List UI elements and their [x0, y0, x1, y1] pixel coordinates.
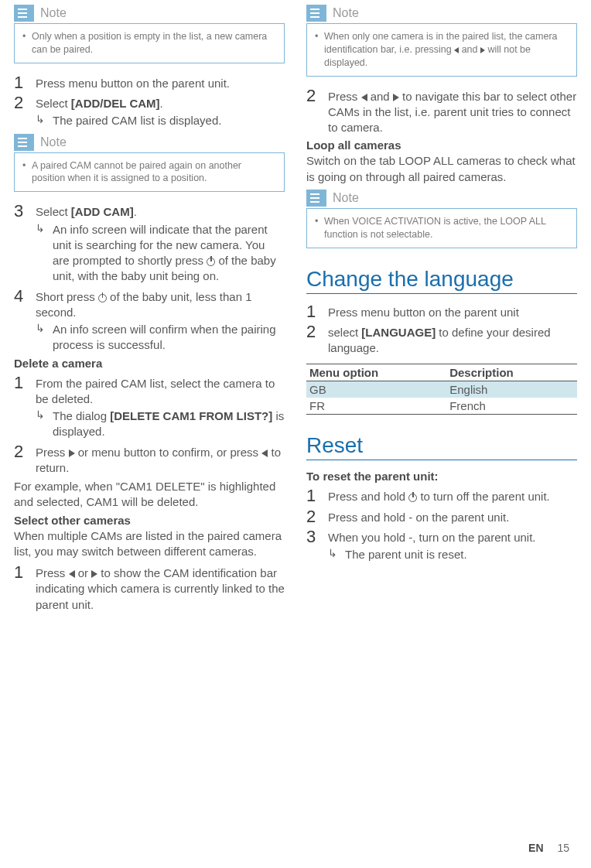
footer-language: EN [528, 842, 543, 854]
step: 2Press or menu button to confirm, or pre… [14, 443, 285, 477]
step-text: Short press of the baby unit, less than … [36, 288, 285, 321]
right-column: Note When only one camera is in the pair… [306, 0, 577, 616]
note-body: When VOICE ACTIVATION is active, the LOO… [306, 208, 577, 248]
note-label: Note [333, 191, 359, 205]
select-other-paragraph: When multiple CAMs are listed in the pai… [14, 528, 285, 560]
step-number: 2 [306, 508, 320, 525]
step-text: Select [ADD CAM]. [36, 203, 285, 220]
step-result-text: The parent unit is reset. [345, 547, 467, 562]
step-number: 3 [14, 203, 28, 284]
step-result: ↳An info screen will confirm when the pa… [36, 322, 285, 354]
note-icon [14, 5, 34, 22]
step-number: 1 [14, 564, 28, 613]
delete-camera-heading: Delete a camera [14, 357, 285, 370]
power-icon [207, 258, 215, 266]
note-item: Only when a position is empty in the lis… [22, 30, 276, 56]
step: 3When you hold -, turn on the parent uni… [306, 528, 577, 563]
note-icon [14, 134, 34, 151]
right-arrow-icon [393, 94, 399, 101]
delete-paragraph: For example, when "CAM1 DELETE" is highl… [14, 479, 285, 511]
step-result-text: An info screen will confirm when the pai… [53, 322, 285, 354]
step-number: 1 [14, 74, 28, 91]
note-body: A paired CAM cannot be paired again on a… [14, 152, 285, 193]
step-result: ↳The paired CAM list is displayed. [36, 113, 285, 128]
table-cell: English [446, 381, 577, 398]
step: 3Select [ADD CAM].↳An info screen will i… [14, 203, 285, 284]
note-label: Note [40, 6, 67, 20]
note-icon [306, 5, 326, 22]
loop-all-heading: Loop all cameras [306, 138, 577, 152]
step-text: Press menu button on the parent unit [328, 303, 577, 320]
power-icon [408, 494, 417, 502]
step-number: 2 [14, 443, 28, 477]
table-row: FRFrench [306, 398, 577, 415]
steps-c: 1From the paired CAM list, select the ca… [14, 374, 285, 477]
step-text: Press and hold - on the parent unit. [328, 508, 577, 525]
step-number: 2 [306, 323, 320, 357]
result-arrow-icon: ↳ [36, 222, 46, 285]
table-cell: FR [306, 398, 446, 415]
step-result: ↳An info screen will indicate that the p… [36, 222, 285, 285]
left-arrow-icon [361, 94, 367, 101]
step-text: Press or menu button to confirm, or pres… [36, 443, 285, 477]
step-text: Press and to navigate this bar to select… [328, 87, 577, 136]
step-number: 2 [306, 87, 320, 136]
step-number: 3 [306, 528, 320, 563]
step-number: 1 [306, 487, 320, 504]
step-number: 2 [14, 94, 28, 129]
step-text: Select [ADD/DEL CAM]. [36, 94, 285, 111]
table-header: Description [446, 364, 577, 381]
table-cell: French [446, 398, 577, 415]
right-arrow-icon [69, 449, 75, 457]
step-result: ↳The parent unit is reset. [328, 547, 577, 562]
step-text: From the paired CAM list, select the cam… [36, 374, 285, 408]
result-arrow-icon: ↳ [36, 322, 46, 354]
step-number: 4 [14, 288, 28, 354]
table-cell: GB [306, 381, 446, 398]
loop-all-paragraph: Switch on the tab LOOP ALL cameras to ch… [306, 153, 577, 185]
note-body: Only when a position is empty in the lis… [14, 23, 285, 63]
page-footer: EN 15 [528, 842, 569, 854]
note-item: When VOICE ACTIVATION is active, the LOO… [315, 215, 569, 241]
result-arrow-icon: ↳ [36, 113, 46, 128]
step-result-text: The paired CAM list is displayed. [53, 113, 221, 128]
power-icon [98, 294, 107, 302]
steps-b: 3Select [ADD CAM].↳An info screen will i… [14, 203, 285, 353]
step: 4Short press of the baby unit, less than… [14, 288, 285, 354]
table-body: GBEnglishFRFrench [306, 381, 577, 415]
step: 1Press and hold to turn off the parent u… [306, 487, 577, 504]
steps-a: 1Press menu button on the parent unit.2S… [14, 74, 285, 129]
step: 1Press menu button on the parent unit [306, 303, 577, 320]
step: 1Press menu button on the parent unit. [14, 74, 285, 91]
left-arrow-icon [261, 449, 268, 457]
table-header: Menu option [306, 364, 446, 381]
left-arrow-icon [69, 570, 75, 578]
language-table: Menu option Description GBEnglishFRFrenc… [306, 364, 577, 415]
step-number: 1 [306, 303, 320, 320]
steps-d: 1Press or to show the CAM identification… [14, 564, 285, 613]
reset-subheading: To reset the parent unit: [306, 470, 577, 483]
footer-page-number: 15 [557, 842, 569, 854]
result-arrow-icon: ↳ [36, 408, 46, 440]
step-number: 1 [14, 374, 28, 440]
step-text: Press menu button on the parent unit. [36, 74, 285, 91]
note-body: When only one camera is in the paired li… [306, 23, 577, 77]
step: 2select [LANGUAGE] to define your desire… [306, 323, 577, 357]
note-icon [306, 190, 326, 207]
note-label: Note [333, 6, 359, 20]
step-text: Press or to show the CAM identification … [36, 564, 285, 613]
note-box-1: Note Only when a position is empty in th… [14, 5, 285, 63]
right-arrow-icon [91, 570, 97, 578]
step-text: When you hold -, turn on the parent unit… [328, 528, 577, 545]
step-text: select [LANGUAGE] to define your desired… [328, 323, 577, 357]
left-arrow-icon [454, 47, 459, 53]
steps-g: 1Press and hold to turn off the parent u… [306, 487, 577, 562]
note-box-4: Note When VOICE ACTIVATION is active, th… [306, 190, 577, 248]
select-other-heading: Select other cameras [14, 514, 285, 527]
step-result-text: An info screen will indicate that the pa… [53, 222, 285, 285]
step: 2Select [ADD/DEL CAM].↳The paired CAM li… [14, 94, 285, 129]
step: 1From the paired CAM list, select the ca… [14, 374, 285, 440]
result-arrow-icon: ↳ [328, 547, 339, 562]
right-arrow-icon [480, 47, 485, 53]
step: 1Press or to show the CAM identification… [14, 564, 285, 613]
